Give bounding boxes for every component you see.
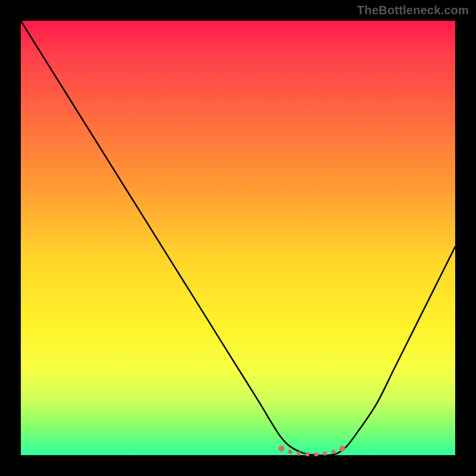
watermark-text: TheBottleneck.com: [357, 4, 469, 17]
plot-area: [21, 21, 455, 455]
trough-dot: [288, 450, 292, 454]
trough-dot: [339, 446, 345, 452]
curve-svg: [21, 21, 455, 455]
chart-frame: TheBottleneck.com: [0, 0, 476, 476]
trough-dot: [314, 452, 318, 456]
trough-dot: [305, 452, 309, 456]
bottleneck-curve: [21, 21, 455, 456]
trough-dot: [323, 452, 327, 456]
trough-dot: [297, 452, 301, 456]
trough-dot: [278, 446, 284, 452]
trough-dot: [331, 450, 336, 454]
